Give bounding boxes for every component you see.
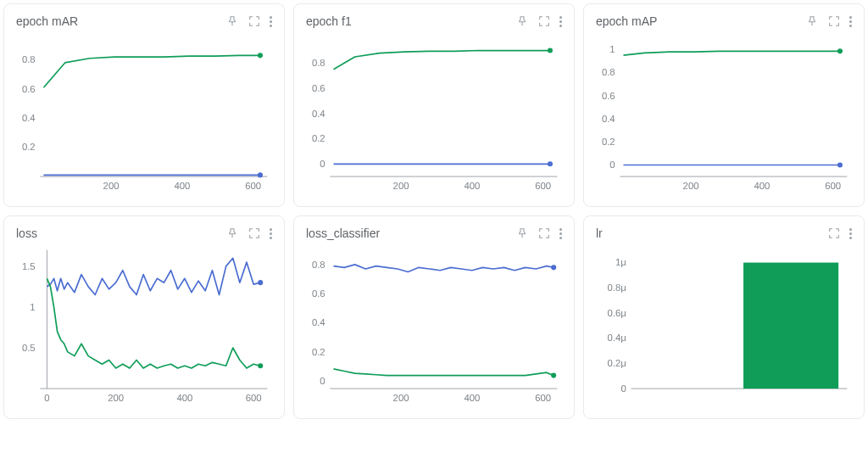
y-tick-label: 0.5 [22, 343, 36, 353]
y-tick-label: 0.4 [602, 114, 615, 124]
x-tick-label: 200 [393, 181, 409, 191]
chart-title: epoch mAP [596, 14, 657, 28]
series-end-dot [551, 373, 556, 378]
x-tick-label: 600 [825, 181, 841, 191]
chart-header: epoch mAR [16, 14, 272, 28]
chart-plot-area: 20040060000.20.40.60.8 [306, 33, 562, 194]
chart-card-loss: loss02004006000.511.5 [3, 215, 285, 419]
chart-header: loss [16, 226, 272, 240]
y-tick-label: 1.5 [22, 261, 36, 271]
series-green [43, 55, 259, 87]
fullscreen-icon[interactable] [248, 14, 261, 28]
chart-toolbar [827, 226, 852, 240]
fullscreen-icon[interactable] [248, 226, 261, 240]
y-tick-label: 0.2 [312, 347, 326, 357]
more-icon[interactable] [849, 16, 852, 27]
y-tick-label: 0.8 [22, 54, 36, 64]
chart-toolbar [805, 14, 852, 28]
series-green [333, 369, 554, 376]
series-end-dot [258, 363, 263, 368]
chart-card-epoch-map: epoch mAP20040060000.20.40.60.81 [583, 3, 865, 207]
chart-toolbar [515, 226, 562, 240]
x-tick-label: 0 [44, 393, 49, 403]
x-tick-label: 600 [246, 393, 262, 403]
chart-header: epoch f1 [306, 14, 562, 28]
chart-plot-area: 20040060000.20.40.60.81 [596, 33, 852, 194]
y-tick-label: 0.8 [312, 260, 326, 270]
series-end-dot [258, 53, 263, 58]
chart-toolbar [225, 226, 272, 240]
pin-icon[interactable] [515, 14, 529, 28]
x-tick-label: 200 [108, 393, 124, 403]
y-tick-label: 0.2μ [608, 358, 626, 368]
more-icon[interactable] [559, 16, 562, 27]
y-tick-label: 1 [609, 44, 615, 54]
y-tick-label: 1 [30, 302, 35, 312]
chart-plot-area: 20040060000.20.40.60.8 [306, 245, 562, 406]
chart-header: epoch mAP [596, 14, 852, 28]
chart-title: lr [596, 226, 603, 240]
y-tick-label: 0.6μ [608, 308, 626, 318]
x-tick-label: 600 [535, 393, 551, 403]
chart-title: epoch f1 [306, 14, 352, 28]
series-end-dot [837, 162, 843, 167]
chart-toolbar [515, 14, 562, 28]
more-icon[interactable] [849, 228, 852, 239]
series-end-dot [548, 48, 553, 53]
fullscreen-icon[interactable] [537, 226, 551, 240]
chart-plot-area: 00.2μ0.4μ0.6μ0.8μ1μ [596, 245, 852, 406]
series-end-dot [837, 48, 843, 53]
series-blue [47, 258, 260, 294]
chart-header: lr [596, 226, 852, 240]
y-tick-label: 0.8μ [608, 282, 626, 293]
more-icon[interactable] [270, 16, 272, 27]
y-tick-label: 0.4 [22, 113, 36, 123]
series-green [623, 51, 839, 55]
x-tick-label: 400 [174, 181, 190, 191]
x-tick-label: 200 [393, 393, 409, 403]
pin-icon[interactable] [225, 14, 239, 28]
x-tick-label: 200 [683, 181, 699, 191]
x-tick-label: 600 [535, 181, 551, 191]
chart-header: loss_classifier [306, 226, 562, 240]
chart-card-epoch-f1: epoch f120040060000.20.40.60.8 [293, 3, 575, 207]
y-tick-label: 0 [609, 159, 615, 170]
fullscreen-icon[interactable] [827, 14, 841, 28]
y-tick-label: 1μ [615, 257, 626, 267]
x-tick-label: 200 [103, 181, 120, 191]
chart-card-loss-classifier: loss_classifier20040060000.20.40.60.8 [293, 215, 575, 419]
more-icon[interactable] [559, 228, 562, 239]
y-tick-label: 0.8 [312, 58, 326, 68]
pin-icon[interactable] [805, 14, 819, 28]
x-tick-label: 400 [464, 393, 480, 403]
chart-title: loss [16, 226, 37, 240]
y-tick-label: 0.4μ [608, 333, 626, 343]
y-tick-label: 0.2 [312, 133, 326, 143]
y-tick-label: 0.2 [602, 137, 615, 147]
y-tick-label: 0.6 [22, 84, 36, 94]
pin-icon[interactable] [515, 226, 529, 240]
x-tick-label: 400 [754, 181, 770, 191]
y-tick-label: 0.6 [312, 83, 326, 93]
fullscreen-icon[interactable] [537, 14, 551, 28]
pin-icon[interactable] [225, 226, 239, 240]
y-tick-label: 0 [621, 383, 626, 394]
fullscreen-icon[interactable] [827, 226, 841, 240]
y-tick-label: 0 [320, 376, 325, 386]
series-end-dot [258, 172, 263, 177]
series-end-dot [548, 161, 553, 166]
y-tick-label: 0.4 [312, 109, 326, 119]
chart-card-epoch-mar: epoch mAR2004006000.20.40.60.8 [3, 3, 285, 207]
y-tick-label: 0.4 [312, 317, 326, 327]
series-end-dot [258, 280, 263, 285]
bar [743, 263, 838, 389]
x-tick-label: 400 [464, 181, 480, 191]
chart-card-lr: lr00.2μ0.4μ0.6μ0.8μ1μ [583, 215, 865, 419]
more-icon[interactable] [270, 228, 272, 239]
chart-title: epoch mAR [16, 14, 78, 28]
chart-plot-area: 02004006000.511.5 [16, 245, 272, 406]
chart-grid: epoch mAR2004006000.20.40.60.8epoch f120… [3, 3, 865, 419]
y-tick-label: 0.6 [602, 91, 615, 101]
x-tick-label: 600 [245, 181, 261, 191]
series-green [333, 51, 549, 70]
